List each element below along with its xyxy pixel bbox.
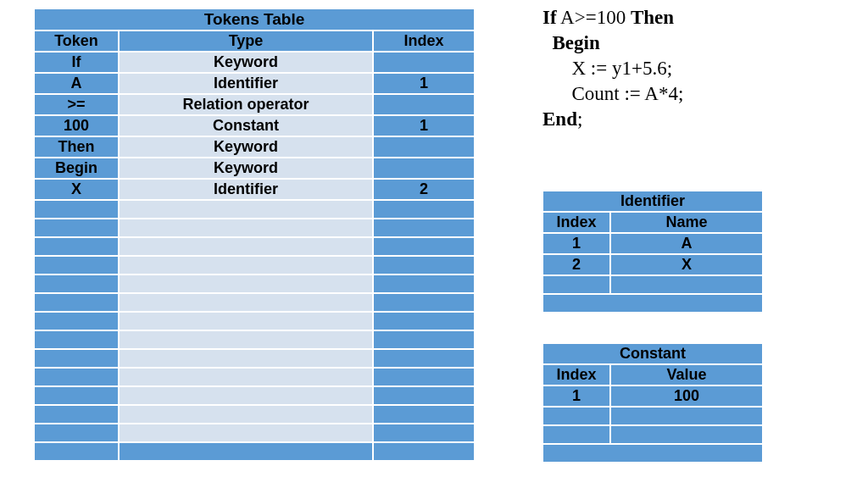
table-row (34, 386, 475, 405)
identifier-col-name: Name (610, 212, 763, 233)
table-row (34, 424, 475, 442)
value-cell: 100 (610, 385, 763, 407)
index-cell (373, 52, 475, 73)
identifier-table-title: Identifier (542, 191, 763, 212)
index-cell (373, 94, 475, 115)
table-row (34, 405, 475, 424)
type-cell: Keyword (119, 52, 373, 73)
token-cell: X (34, 179, 119, 200)
table-row (34, 274, 475, 293)
type-cell: Keyword (119, 158, 373, 179)
table-row: IfKeyword (34, 52, 475, 73)
table-row (542, 275, 763, 294)
token-cell: 100 (34, 115, 119, 136)
type-cell: Identifier (119, 73, 373, 94)
token-cell: >= (34, 94, 119, 115)
index-cell: 2 (373, 179, 475, 200)
identifier-table: Identifier Index Name 1A2X (542, 191, 763, 313)
table-row (34, 293, 475, 312)
table-row: AIdentifier1 (34, 73, 475, 94)
constant-col-index: Index (542, 364, 610, 385)
tokens-col-type: Type (119, 30, 373, 52)
table-row (34, 256, 475, 274)
table-row (542, 407, 763, 425)
identifier-col-index: Index (542, 212, 610, 233)
table-row (34, 368, 475, 386)
table-row: 1A (542, 233, 763, 254)
table-row (34, 219, 475, 237)
index-cell: 1 (373, 73, 475, 94)
index-cell (373, 158, 475, 179)
table-row (34, 312, 475, 330)
index-cell: 1 (373, 115, 475, 136)
source-code: If A>=100 Then Begin X := y1+5.6; Count … (542, 5, 683, 132)
table-row (34, 200, 475, 219)
table-row (34, 349, 475, 368)
table-row: 1100 (542, 385, 763, 407)
constant-col-value: Value (610, 364, 763, 385)
tokens-table-title: Tokens Table (34, 8, 475, 30)
type-cell: Constant (119, 115, 373, 136)
table-row: XIdentifier2 (34, 179, 475, 200)
constant-table-title: Constant (542, 343, 763, 364)
type-cell: Identifier (119, 179, 373, 200)
table-row: BeginKeyword (34, 158, 475, 179)
token-cell: Then (34, 136, 119, 158)
table-row: >=Relation operator (34, 94, 475, 115)
tokens-col-token: Token (34, 30, 119, 52)
token-cell: If (34, 52, 119, 73)
index-cell (373, 136, 475, 158)
tokens-col-index: Index (373, 30, 475, 52)
index-cell: 2 (542, 254, 610, 275)
name-cell: X (610, 254, 763, 275)
token-cell: Begin (34, 158, 119, 179)
type-cell: Keyword (119, 136, 373, 158)
constant-table: Constant Index Value 1100 (542, 343, 763, 463)
tokens-table: Tokens Table Token Type Index IfKeywordA… (34, 8, 475, 461)
index-cell: 1 (542, 233, 610, 254)
table-row (34, 237, 475, 256)
token-cell: A (34, 73, 119, 94)
table-row: 2X (542, 254, 763, 275)
table-row: 100Constant1 (34, 115, 475, 136)
table-row (542, 425, 763, 444)
table-row: ThenKeyword (34, 136, 475, 158)
index-cell: 1 (542, 385, 610, 407)
name-cell: A (610, 233, 763, 254)
type-cell: Relation operator (119, 94, 373, 115)
table-row (34, 330, 475, 349)
